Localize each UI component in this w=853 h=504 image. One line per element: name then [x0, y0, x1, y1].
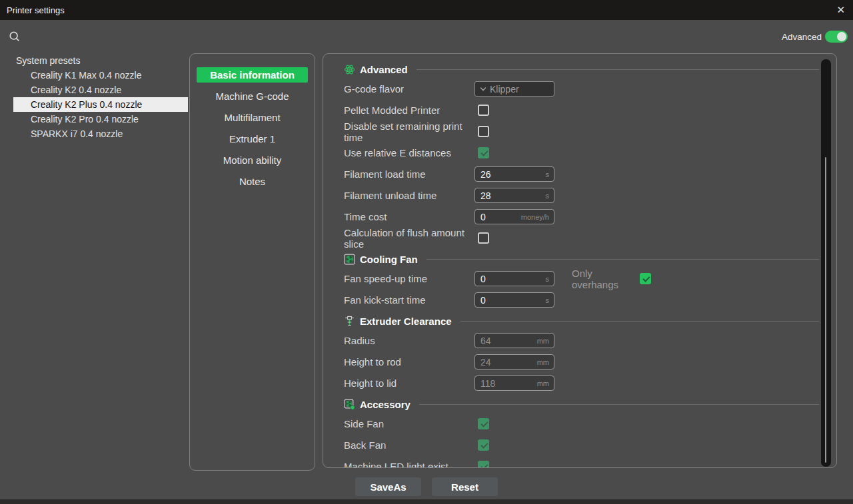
close-icon[interactable]: ✕ — [836, 4, 845, 16]
pellet-modded-printer-checkbox[interactable] — [478, 105, 489, 116]
time-cost-input[interactable]: 0 money/h — [474, 209, 554, 224]
nav-tab-extruder-1[interactable]: Extruder 1 — [197, 131, 308, 146]
setting-row-radius: Radius 64 mm — [344, 333, 819, 348]
setting-row-back-fan: Back Fan — [344, 437, 819, 453]
saveas-button[interactable]: SaveAs — [355, 477, 421, 496]
setting-label: Height to lid — [344, 378, 474, 389]
scrollbar-thumb[interactable] — [825, 157, 826, 463]
titlebar: Printer settings ✕ — [0, 0, 853, 20]
setting-row-time-cost: Time cost 0 money/h — [344, 209, 819, 224]
atom-icon — [344, 64, 355, 75]
setting-label: Time cost — [344, 211, 474, 222]
setting-row-fan-speedup-time: Fan speed-up time 0 s Only overhangs — [344, 271, 819, 286]
setting-label: Fan speed-up time — [344, 273, 474, 284]
setting-row-disable-remaining-time: Disable set remaining print time — [344, 124, 819, 139]
unit-label: mm — [537, 337, 554, 345]
preset-group-header: System presets — [13, 53, 188, 68]
radius-input[interactable]: 64 mm — [474, 333, 554, 348]
advanced-toggle[interactable] — [825, 31, 848, 43]
unit-label: s — [546, 192, 554, 200]
setting-label: Pellet Modded Printer — [344, 105, 474, 116]
preset-item-sparkx-i7[interactable]: SPARKX i7 0.4 nozzle — [13, 126, 188, 141]
section-divider — [419, 404, 819, 405]
setting-row-gcode-flavor: G-code flavor Klipper — [344, 81, 819, 97]
only-overhangs-label: Only overhangs — [572, 268, 630, 290]
unit-label: s — [546, 275, 554, 283]
fan-kickstart-time-input[interactable]: 0 s — [474, 292, 554, 308]
setting-row-height-to-rod: Height to rod 24 mm — [344, 354, 819, 370]
preset-item-creality-k2-pro[interactable]: Creality K2 Pro 0.4 nozzle — [13, 112, 188, 126]
accessory-icon — [344, 399, 355, 410]
window-bottom-edge — [0, 499, 853, 504]
filament-unload-time-input[interactable]: 28 s — [474, 188, 554, 203]
setting-row-pellet-modded-printer: Pellet Modded Printer — [344, 103, 819, 118]
preset-item-creality-k2-plus[interactable]: Creality K2 Plus 0.4 nozzle — [13, 97, 188, 112]
unit-label: money/h — [521, 213, 554, 221]
settings-main-panel: Advanced G-code flavor Klipper Pellet Mo… — [323, 53, 837, 468]
use-relative-e-checkbox[interactable] — [478, 147, 489, 158]
setting-label: Side Fan — [344, 418, 474, 429]
reset-button[interactable]: Reset — [432, 477, 498, 496]
setting-row-filament-load-time: Filament load time 26 s — [344, 166, 819, 182]
scrollbar-track[interactable] — [821, 59, 831, 467]
chevron-down-icon — [480, 85, 487, 93]
side-fan-checkbox[interactable] — [478, 418, 489, 429]
setting-label: Disable set remaining print time — [344, 121, 474, 143]
preset-item-creality-k1-max[interactable]: Creality K1 Max 0.4 nozzle — [13, 68, 188, 83]
height-to-rod-input[interactable]: 24 mm — [474, 354, 554, 370]
setting-label: G-code flavor — [344, 83, 474, 95]
nav-tab-multifilament[interactable]: Multifilament — [197, 110, 308, 125]
gcode-flavor-select[interactable]: Klipper — [474, 81, 554, 97]
disable-remaining-time-checkbox[interactable] — [478, 126, 489, 137]
preset-item-creality-k2[interactable]: Creality K2 0.4 nozzle — [13, 83, 188, 97]
unit-label: s — [546, 170, 554, 178]
advanced-toggle-label: Advanced — [782, 32, 822, 42]
setting-row-machine-led: Machine LED light exist — [344, 459, 819, 468]
toggle-knob — [837, 32, 846, 41]
machine-led-checkbox[interactable] — [478, 461, 489, 468]
preset-sidebar: System presets Creality K1 Max 0.4 nozzl… — [13, 53, 188, 141]
settings-nav-panel: Basic information Machine G-code Multifi… — [189, 53, 315, 471]
fan-speedup-time-input[interactable]: 0 s — [474, 271, 554, 286]
setting-label: Radius — [344, 335, 474, 346]
setting-label: Back Fan — [344, 439, 474, 451]
height-to-lid-input[interactable]: 118 mm — [474, 376, 554, 391]
setting-row-side-fan: Side Fan — [344, 416, 819, 431]
setting-label: Machine LED light exist — [344, 461, 474, 468]
setting-row-fan-kickstart-time: Fan kick-start time 0 s — [344, 292, 819, 308]
extruder-icon — [344, 316, 355, 327]
search-icon[interactable] — [9, 31, 21, 43]
nav-tab-motion-ability[interactable]: Motion ability — [197, 152, 308, 168]
setting-label: Filament load time — [344, 168, 474, 180]
flush-amount-slice-checkbox[interactable] — [478, 232, 489, 244]
fan-icon — [344, 254, 355, 265]
nav-tab-machine-gcode[interactable]: Machine G-code — [197, 89, 308, 104]
back-fan-checkbox[interactable] — [478, 439, 489, 451]
section-divider — [417, 69, 819, 70]
section-header-extruder-clearance: Extruder Clearance — [344, 314, 819, 328]
filament-load-time-input[interactable]: 26 s — [474, 166, 554, 182]
setting-label: Fan kick-start time — [344, 294, 474, 306]
only-overhangs-checkbox[interactable] — [640, 273, 651, 284]
advanced-mode-control: Advanced — [782, 31, 848, 43]
setting-label: Height to rod — [344, 356, 474, 368]
section-header-cooling-fan: Cooling Fan — [344, 252, 819, 266]
unit-label: mm — [537, 379, 554, 387]
window-title: Printer settings — [7, 5, 65, 15]
setting-label: Use relative E distances — [344, 147, 474, 158]
setting-row-flush-amount-slice: Calculation of flush amount slice — [344, 230, 819, 246]
setting-label: Filament unload time — [344, 190, 474, 201]
nav-tab-notes[interactable]: Notes — [197, 174, 308, 189]
setting-row-use-relative-e: Use relative E distances — [344, 145, 819, 160]
unit-label: s — [546, 296, 554, 304]
section-header-accessory: Accessory — [344, 397, 819, 411]
section-divider — [426, 259, 819, 260]
section-header-advanced: Advanced — [344, 62, 819, 77]
section-divider — [460, 321, 819, 322]
setting-row-height-to-lid: Height to lid 118 mm — [344, 376, 819, 391]
setting-row-filament-unload-time: Filament unload time 28 s — [344, 188, 819, 203]
setting-label: Calculation of flush amount slice — [344, 227, 474, 250]
nav-tab-basic-information[interactable]: Basic information — [197, 67, 308, 83]
unit-label: mm — [537, 358, 554, 366]
